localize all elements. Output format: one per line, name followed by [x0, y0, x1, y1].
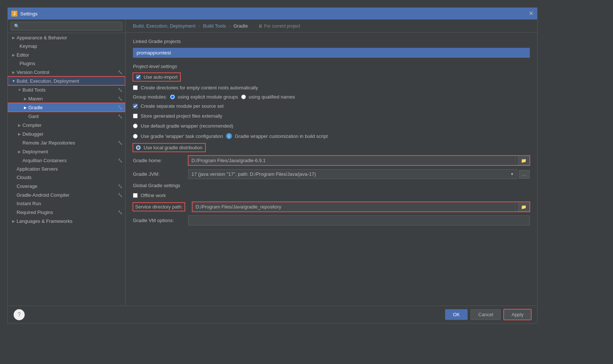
sidebar-item-coverage[interactable]: Coverage 🔧	[8, 182, 125, 190]
apply-button[interactable]: Apply	[504, 309, 531, 320]
sidebar-tree: ▶ Appearance & Behavior Keymap ▶ Editor …	[8, 33, 125, 306]
project-level-label: Project-level settings	[133, 64, 530, 69]
sidebar-item-label: Build, Execution, Deployment	[17, 78, 125, 84]
gradle-jvm-label: Gradle JVM:	[133, 171, 184, 177]
service-dir-browse-button[interactable]: 📁	[518, 203, 530, 211]
gradle-home-input[interactable]	[188, 156, 516, 165]
gradle-home-browse-button[interactable]: 📁	[518, 156, 530, 165]
sidebar-item-required-plugins[interactable]: Required Plugins 🔧	[8, 208, 125, 217]
auto-import-checkbox[interactable]	[136, 75, 141, 79]
use-default-wrapper-radio[interactable]	[133, 124, 138, 128]
sidebar-item-label: Required Plugins	[17, 210, 117, 215]
sidebar-item-remote-jar[interactable]: Remote Jar Repositories 🔧	[8, 138, 125, 147]
cancel-button[interactable]: Cancel	[471, 309, 501, 320]
sidebar-item-label: Instant Run	[17, 201, 125, 206]
sidebar-item-label: Languages & Frameworks	[17, 218, 125, 224]
expand-icon: ▶	[11, 69, 17, 75]
gradle-jvm-more-button[interactable]: …	[519, 170, 530, 179]
use-wrapper-task-radio[interactable]	[133, 134, 138, 139]
project-list: promappiumtest	[133, 48, 530, 58]
sidebar-item-label: Coverage	[17, 183, 117, 189]
vm-options-row: Gradle VM options:	[133, 215, 530, 225]
gradle-jvm-value: 17 (java version "17", path: D:/Program …	[191, 171, 316, 177]
service-dir-input[interactable]	[192, 202, 516, 212]
breadcrumb-part-1[interactable]: Build, Execution, Deployment	[133, 23, 195, 29]
sidebar-item-label: Remote Jar Repositories	[22, 140, 117, 146]
sidebar-item-debugger[interactable]: ▶ Debugger	[8, 129, 125, 138]
sidebar-item-label: Editor	[17, 52, 125, 58]
sidebar-item-gant[interactable]: Gant 🔧	[8, 112, 125, 121]
title-bar-left: J Settings	[11, 11, 38, 17]
project-item[interactable]: promappiumtest	[133, 48, 530, 58]
sidebar-item-clouds[interactable]: Clouds	[8, 173, 125, 182]
create-dirs-row: Create directories for empty content roo…	[133, 84, 530, 91]
sidebar-item-build-execution[interactable]: ▼ Build, Execution, Deployment	[8, 76, 125, 85]
breadcrumb-sep-2: ›	[229, 23, 230, 29]
sidebar-item-instant-run[interactable]: Instant Run	[8, 199, 125, 208]
vm-options-input-container	[188, 215, 530, 225]
expand-icon: ▶	[17, 131, 22, 137]
sidebar-item-maven[interactable]: ▶ Maven 🔧	[8, 94, 125, 103]
store-generated-checkbox[interactable]	[133, 114, 138, 118]
footer-buttons: OK Cancel Apply	[445, 309, 531, 320]
sidebar-item-gradle[interactable]: ▶ Gradle 🔧	[8, 103, 125, 112]
use-default-wrapper-label: Use default gradle wrapper (recommended)	[141, 123, 233, 129]
breadcrumb-part-2[interactable]: Build Tools	[203, 23, 226, 29]
group-explicit-radio[interactable]	[170, 94, 175, 99]
sidebar-item-keymap[interactable]: Keymap	[8, 42, 125, 50]
gradle-icon: 🔧	[117, 104, 123, 110]
sidebar-item-label: Deployment	[22, 149, 125, 154]
create-dirs-label: Create directories for empty content roo…	[141, 85, 258, 90]
sidebar-item-label: Compiler	[22, 122, 125, 128]
offline-work-checkbox[interactable]	[133, 193, 138, 198]
sidebar-item-build-tools[interactable]: ▼ Build Tools 🔧	[8, 85, 125, 94]
expand-icon: ▶	[17, 149, 22, 154]
coverage-icon: 🔧	[117, 183, 123, 189]
expand-icon: ▶	[17, 122, 22, 128]
close-button[interactable]: ✕	[529, 11, 533, 17]
ok-button[interactable]: OK	[445, 309, 468, 320]
sidebar-item-label: Arquillian Containers	[22, 158, 117, 163]
vm-options-input[interactable]	[188, 215, 530, 225]
sidebar-item-deployment[interactable]: ▶ Deployment	[8, 147, 125, 156]
sidebar-item-editor[interactable]: ▶ Editor	[8, 50, 125, 59]
expand-icon: ▼	[17, 87, 22, 93]
sidebar-item-label: Application Servers	[17, 166, 125, 172]
sidebar-item-arquillian[interactable]: Arquillian Containers 🔧	[8, 156, 125, 165]
sidebar-item-label: Debugger	[22, 131, 125, 137]
use-local-gradle-radio[interactable]	[136, 145, 141, 150]
version-control-icon: 🔧	[117, 69, 123, 75]
breadcrumb-project-label: For current project	[264, 24, 300, 29]
sidebar-item-label: Gant	[28, 114, 117, 119]
sidebar-item-app-servers[interactable]: Application Servers	[8, 165, 125, 173]
sidebar-item-compiler[interactable]: ▶ Compiler	[8, 121, 125, 129]
group-qualified-radio[interactable]	[241, 94, 246, 99]
search-bar	[8, 19, 125, 33]
maven-icon: 🔧	[117, 96, 123, 101]
use-wrapper-task-label: Use gradle 'wrapper' task configuration	[141, 133, 223, 139]
sidebar-item-gradle-android[interactable]: Gradle-Android Compiler 🔧	[8, 190, 125, 199]
group-modules-row: Group modules: using explicit module gro…	[133, 94, 530, 100]
sidebar-item-label: Appearance & Behavior	[17, 35, 125, 40]
gradle-jvm-dropdown[interactable]: 17 (java version "17", path: D:/Program …	[188, 169, 517, 179]
search-input[interactable]	[11, 22, 122, 31]
gradle-android-icon: 🔧	[117, 192, 123, 198]
sidebar-item-appearance[interactable]: ▶ Appearance & Behavior	[8, 33, 125, 42]
breadcrumb-part-3: Gradle	[233, 23, 248, 29]
offline-work-label: Offline work	[141, 193, 166, 198]
settings-panel: Linked Gradle projects promappiumtest Pr…	[126, 33, 537, 306]
linked-projects-header: Linked Gradle projects	[133, 39, 530, 44]
create-separate-checkbox[interactable]	[133, 104, 138, 108]
sidebar-item-label: Clouds	[17, 175, 125, 180]
project-icon: 🖥	[258, 24, 263, 29]
sidebar-item-plugins[interactable]: Plugins	[8, 59, 125, 68]
breadcrumb-project: 🖥 For current project	[258, 24, 300, 29]
sidebar-item-languages[interactable]: ▶ Languages & Frameworks	[8, 217, 125, 225]
dialog-body: ▶ Appearance & Behavior Keymap ▶ Editor …	[8, 19, 537, 306]
settings-dialog: J Settings ✕ ▶ Appearance & Behavior Key…	[7, 7, 538, 324]
help-button[interactable]: ?	[14, 309, 25, 320]
use-wrapper-task-row: Use gradle 'wrapper' task configuration …	[133, 132, 530, 140]
sidebar-item-version-control[interactable]: ▶ Version Control 🔧	[8, 68, 125, 76]
main-content: Build, Execution, Deployment › Build Too…	[126, 19, 537, 306]
create-dirs-checkbox[interactable]	[133, 85, 138, 90]
